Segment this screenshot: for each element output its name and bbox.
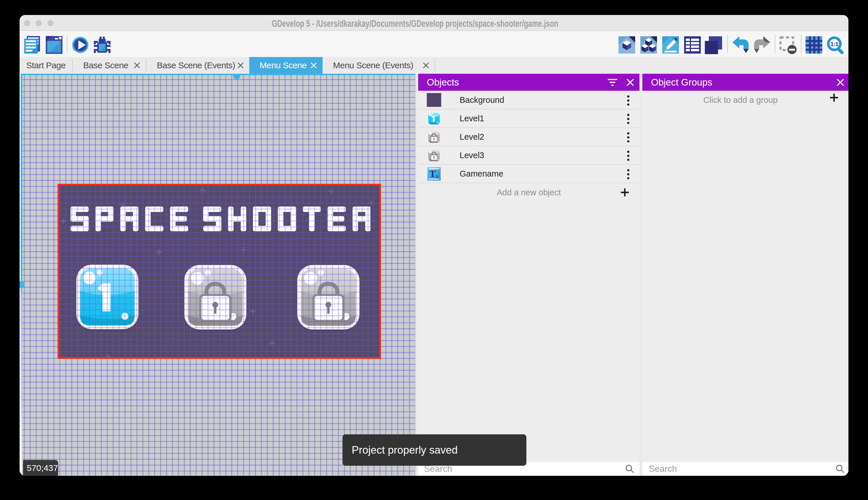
svg-text:T: T: [430, 169, 436, 179]
svg-text:x: x: [436, 173, 438, 180]
svg-text:1:1: 1:1: [830, 41, 838, 47]
